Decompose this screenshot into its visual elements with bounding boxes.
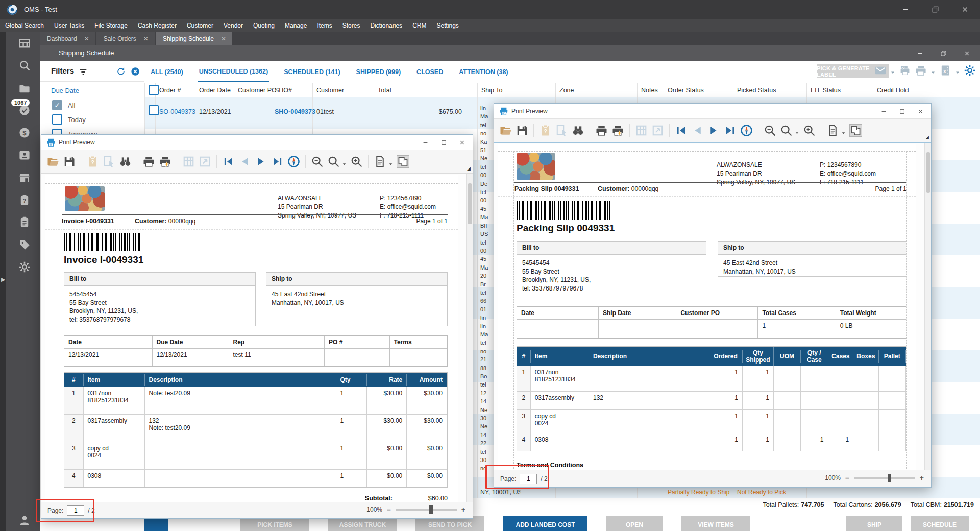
zoom-plus-icon[interactable]: + <box>920 474 924 482</box>
find-icon[interactable] <box>572 124 584 137</box>
paste-icon[interactable]: ? <box>539 124 552 137</box>
filter-option-all[interactable]: ✓ All <box>52 100 75 110</box>
filter-section-due-date[interactable]: Due Date <box>51 87 79 94</box>
zoom-plus-icon[interactable]: + <box>461 505 465 514</box>
row-sho-link[interactable]: SHO-0049373 <box>275 108 315 115</box>
page-setup-caret-icon[interactable] <box>388 159 393 164</box>
menu-item-stores[interactable]: Stores <box>342 22 360 29</box>
zoom-caret-icon[interactable] <box>342 159 347 164</box>
column-header-picked-status[interactable]: Picked Status <box>737 87 776 101</box>
status-tab-unscheduled[interactable]: UNSCHEDULED (1362) <box>198 62 269 82</box>
status-tab-scheduled[interactable]: SCHEDULED (141) <box>283 63 341 81</box>
column-header-ltl-status[interactable]: LTL Status <box>811 87 841 101</box>
page-margins-icon[interactable] <box>182 155 195 168</box>
close-button[interactable] <box>950 0 979 19</box>
multipage-view-icon[interactable] <box>849 124 862 137</box>
page-setup-icon[interactable] <box>826 124 839 137</box>
preview-minimize-button[interactable] <box>875 106 892 117</box>
menu-item-manage[interactable]: Manage <box>285 22 307 29</box>
menu-item-user-tasks[interactable]: User Tasks <box>54 22 84 29</box>
help-clipboard-icon[interactable]: ? <box>18 194 31 206</box>
payments-icon[interactable]: $ <box>18 127 31 139</box>
export-excel-icon[interactable]: x <box>939 64 951 77</box>
sidebar-expander-icon[interactable]: ▶ <box>1 276 5 283</box>
ship-button[interactable]: SHIP <box>846 516 902 531</box>
inner-minimize-button[interactable] <box>910 47 930 60</box>
menu-item-crm[interactable]: CRM <box>412 22 426 29</box>
zoom-slider-thumb[interactable] <box>888 474 891 482</box>
page-number-input[interactable] <box>67 505 84 516</box>
quick-print-icon[interactable] <box>159 155 172 168</box>
column-header-total[interactable]: Total <box>378 87 391 101</box>
checkbox-today[interactable] <box>52 114 62 125</box>
preview-minimize-button[interactable] <box>416 137 434 148</box>
print-document-icon[interactable] <box>142 155 155 168</box>
view-items-button[interactable]: VIEW ITEMS <box>681 516 750 531</box>
page-margins-icon[interactable] <box>635 124 648 137</box>
grid-settings-gear-icon[interactable] <box>964 64 976 77</box>
first-page-icon[interactable] <box>222 155 235 168</box>
previous-page-icon[interactable] <box>238 155 251 168</box>
zoom-slider[interactable] <box>396 509 457 511</box>
toolbar-overflow-icon[interactable]: ◢ <box>467 166 471 171</box>
column-header-sho[interactable]: SHO# <box>275 87 292 101</box>
open-button[interactable]: OPEN <box>606 516 663 531</box>
settings-gear-icon[interactable] <box>18 261 31 273</box>
menu-item-customer[interactable]: Customer <box>187 22 213 29</box>
zoom-out-icon[interactable] <box>764 124 776 137</box>
row-order-link[interactable]: SO-0049373 <box>159 108 195 115</box>
zoom-minus-icon[interactable]: – <box>845 474 849 482</box>
navigation-compass-icon[interactable] <box>287 155 300 168</box>
select-all-checkbox[interactable] <box>149 85 159 99</box>
open-document-icon[interactable] <box>46 155 59 168</box>
zoom-out-icon[interactable] <box>311 155 324 168</box>
menu-item-quoting[interactable]: Quoting <box>253 22 275 29</box>
preview-maximize-button[interactable] <box>893 106 911 117</box>
page-setup-caret-icon[interactable] <box>841 128 846 133</box>
zoom-slider-thumb[interactable] <box>429 505 433 514</box>
scale-icon[interactable] <box>199 155 211 168</box>
menu-item-vendor[interactable]: Vendor <box>224 22 243 29</box>
column-header-credit-hold[interactable]: Credit Hold <box>877 87 909 101</box>
menu-item-settings[interactable]: Settings <box>436 22 458 29</box>
select-tool-icon[interactable] <box>555 124 568 137</box>
save-document-icon[interactable] <box>516 124 528 137</box>
preview-scrollbar[interactable] <box>924 143 931 471</box>
print-caret-icon[interactable] <box>930 68 936 73</box>
add-landed-cost-button[interactable]: ADD LANDED COST <box>503 516 587 531</box>
preview-close-button[interactable] <box>453 137 471 148</box>
last-page-icon[interactable] <box>271 155 284 168</box>
column-header-order[interactable]: Order # <box>159 87 181 101</box>
print-icon[interactable] <box>915 64 927 77</box>
paste-icon[interactable]: ? <box>86 155 99 168</box>
status-tab-all[interactable]: ALL (2540) <box>150 63 184 81</box>
invoice-preview-titlebar[interactable]: Print Preview <box>41 135 473 150</box>
schedule-button[interactable]: SCHEDULE <box>911 516 969 531</box>
tab-close-icon[interactable]: ✕ <box>143 35 149 42</box>
row-checkbox[interactable] <box>149 105 159 115</box>
column-header-notes[interactable]: Notes <box>641 87 658 101</box>
menu-item-items[interactable]: Items <box>317 22 332 29</box>
tab-dashboard[interactable]: Dashboard ✕ <box>40 32 95 45</box>
orders-clipboard-icon[interactable] <box>18 216 31 228</box>
export-caret-icon[interactable] <box>955 68 960 73</box>
filter-option-today[interactable]: Today <box>52 114 86 125</box>
select-tool-icon[interactable] <box>103 155 115 168</box>
open-document-icon[interactable] <box>499 124 512 137</box>
column-header-customer[interactable]: Customer <box>316 87 344 101</box>
first-page-icon[interactable] <box>675 124 688 137</box>
clear-filters-icon[interactable] <box>131 67 140 76</box>
menu-item-dictionaries[interactable]: Dictionaries <box>370 22 402 29</box>
files-icon[interactable] <box>18 83 31 95</box>
scale-icon[interactable] <box>651 124 664 137</box>
tags-icon[interactable] <box>18 238 31 251</box>
page-setup-icon[interactable] <box>374 155 386 168</box>
contacts-icon[interactable] <box>18 149 31 161</box>
column-header-order-status[interactable]: Order Status <box>668 87 704 101</box>
save-document-icon[interactable] <box>63 155 76 168</box>
stores-icon[interactable] <box>18 172 31 184</box>
column-header-zone[interactable]: Zone <box>559 87 574 101</box>
next-page-icon[interactable] <box>707 124 720 137</box>
label-printer-icon[interactable]: + <box>899 64 911 77</box>
minimize-button[interactable] <box>891 0 920 19</box>
